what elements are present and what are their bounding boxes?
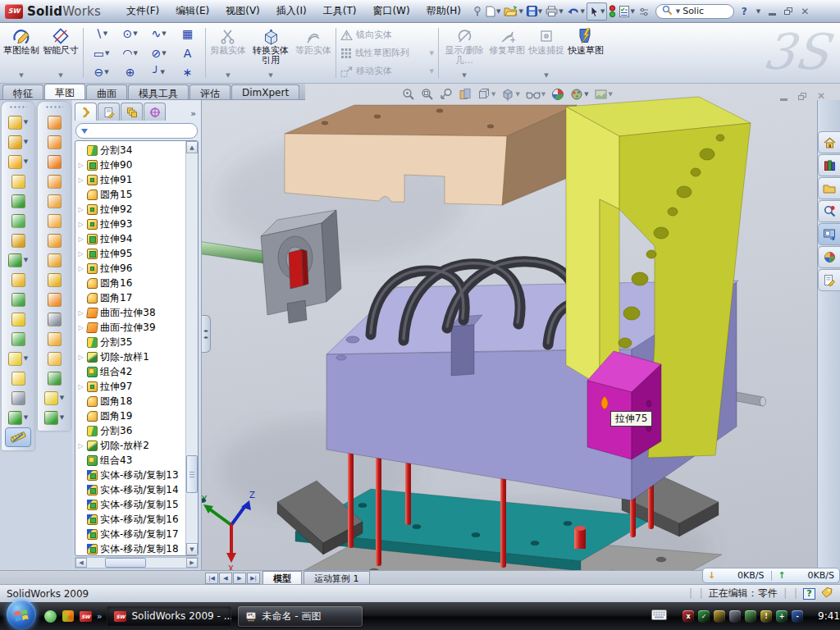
chamfer-button[interactable] <box>2 171 34 191</box>
boundary-surface-button[interactable] <box>38 191 71 211</box>
view-settings-button[interactable]: ▼ <box>595 89 613 100</box>
curve-dropdown[interactable]: ▼ <box>24 414 28 421</box>
view-settings-dropdown[interactable]: ▼ <box>609 91 613 98</box>
menu-file[interactable]: 文件(F) <box>118 1 167 21</box>
section-view-button[interactable] <box>459 88 472 101</box>
tree-item[interactable]: ▷曲面-拉伸39 <box>77 320 185 335</box>
tab-features[interactable]: 特征 <box>2 84 43 99</box>
display-style-dropdown[interactable]: ▼ <box>515 91 519 98</box>
extruded-boss-button[interactable]: ▼ <box>2 112 34 132</box>
taskpane-custom-properties[interactable] <box>818 269 840 291</box>
extruded-cut-dropdown[interactable]: ▼ <box>24 139 28 145</box>
panel-tab-configurationmanager[interactable] <box>121 103 143 121</box>
lofted-surface-button[interactable] <box>38 171 71 191</box>
options-button[interactable] <box>637 2 651 21</box>
part-guide-pin[interactable] <box>737 392 766 406</box>
tree-expander[interactable]: ▷ <box>77 250 84 258</box>
tree-item[interactable]: ▷拉伸95 <box>77 246 185 261</box>
menu-insert[interactable]: 插入(I) <box>268 1 315 21</box>
reference-axis-button[interactable]: ▼ <box>38 388 71 408</box>
tree-item[interactable]: ▷拉伸92 <box>77 202 185 217</box>
fillet-button[interactable]: ▼ <box>2 152 34 171</box>
hide-show-items-button[interactable]: ▼ <box>526 89 546 100</box>
extruded-surface-button[interactable] <box>38 152 71 171</box>
polygon-tool[interactable]: ⊕ <box>116 66 144 79</box>
tree-expander[interactable]: ▷ <box>77 324 84 331</box>
menu-edit[interactable]: 编辑(E) <box>167 1 217 21</box>
extruded-cut-button[interactable]: ▼ <box>2 132 34 152</box>
smart-dimension-button[interactable]: 智能尺寸▼ <box>41 25 80 81</box>
save-dropdown[interactable]: ▼ <box>538 8 542 15</box>
zoom-to-selection-button[interactable] <box>440 88 453 101</box>
move-copy-body-button[interactable] <box>2 329 34 349</box>
menu-help[interactable]: 帮助(H) <box>418 1 469 21</box>
model-tab-motion-study-1[interactable]: 运动算例 1 <box>304 571 370 584</box>
surface-fillet-button[interactable] <box>38 349 71 368</box>
pattern-button[interactable]: ▼ <box>2 250 34 270</box>
circle-dropdown[interactable]: ▼ <box>133 30 137 37</box>
planar-surface-button[interactable] <box>38 231 71 250</box>
tree-item[interactable]: 圆角18 <box>77 394 185 409</box>
doc-minimize-button[interactable] <box>780 98 788 101</box>
restore-button[interactable] <box>784 7 792 15</box>
tab-evaluate[interactable]: 评估 <box>189 84 231 99</box>
quicklaunch-launcher[interactable] <box>62 610 74 622</box>
tree-item[interactable]: ▷切除-放样1 <box>77 349 185 364</box>
replace-face-button[interactable] <box>38 329 71 349</box>
tray-sync-icon[interactable] <box>745 610 756 623</box>
tray-messenger-status-icon[interactable]: - <box>792 610 803 623</box>
quick-tips-help-icon[interactable]: ? <box>803 588 815 600</box>
tree-expander[interactable]: ▷ <box>77 176 84 184</box>
quicklaunch-messenger[interactable] <box>44 610 57 623</box>
draft-button[interactable] <box>2 211 34 231</box>
revolved-surface-button[interactable] <box>38 132 71 152</box>
sketch-fillet-tool[interactable]: ╯▼ <box>145 66 172 79</box>
plane-button[interactable] <box>2 368 34 388</box>
model-tab-nav-first[interactable]: |◀ <box>205 573 218 584</box>
tab-surfaces[interactable]: 曲面 <box>86 84 127 99</box>
swept-surface-button[interactable] <box>38 112 71 132</box>
taskbar-window-paint[interactable]: 未命名 - 画图 <box>238 606 363 627</box>
tree-item[interactable]: 实体-移动/复制16 <box>77 512 185 527</box>
model-tab-model[interactable]: 模型 <box>262 571 302 584</box>
pattern-dropdown[interactable]: ▼ <box>24 257 28 263</box>
tree-item[interactable]: ▷曲面-拉伸38 <box>77 305 185 320</box>
feature-wizard-button[interactable] <box>2 231 34 250</box>
toolbar-grip[interactable] <box>9 105 27 109</box>
tab-mold-tools[interactable]: 模具工具 <box>128 84 189 99</box>
close-button[interactable]: ✕ <box>801 6 809 17</box>
tree-expander[interactable]: ▷ <box>77 206 84 213</box>
reference-axis-dropdown[interactable]: ▼ <box>60 395 64 401</box>
flex-bend-button[interactable] <box>38 290 71 309</box>
part-sprue-bushing[interactable] <box>202 210 341 323</box>
spline-dropdown[interactable]: ▼ <box>162 30 166 37</box>
tree-item[interactable]: 实体-移动/复制14 <box>77 482 185 497</box>
line-tool[interactable]: ∖▼ <box>88 27 115 40</box>
tree-expander[interactable]: ▷ <box>77 442 84 450</box>
hide-show-items-dropdown[interactable]: ▼ <box>541 91 546 98</box>
scroll-down-button[interactable]: ▼ <box>186 543 198 555</box>
apply-scene-dropdown[interactable]: ▼ <box>584 91 588 98</box>
tree-filter-input[interactable] <box>75 123 198 139</box>
reference-geometry-dropdown[interactable]: ▼ <box>24 355 28 362</box>
split-button[interactable] <box>2 309 34 329</box>
tray-network-warning-icon[interactable]: ! <box>760 610 772 623</box>
traffic-light-button[interactable] <box>607 2 618 21</box>
tree-item[interactable]: ▷切除-放样2 <box>77 438 185 453</box>
slot-dropdown[interactable]: ▼ <box>104 69 108 75</box>
help-button[interactable]: ? <box>742 6 747 17</box>
tree-expander[interactable]: ▷ <box>77 383 84 390</box>
new-document-button[interactable]: ▼ <box>484 2 502 21</box>
fillet-dropdown[interactable]: ▼ <box>24 158 28 165</box>
scroll-left-button[interactable]: ◀ <box>75 558 87 568</box>
menu-view[interactable]: 视图(V) <box>217 1 268 21</box>
arc-dropdown[interactable]: ▼ <box>133 50 137 57</box>
reference-geometry-button[interactable]: ▼ <box>2 349 34 368</box>
point-tool[interactable]: ∗ <box>174 66 201 79</box>
tree-item[interactable]: 分割35 <box>77 335 185 349</box>
extruded-boss-dropdown[interactable]: ▼ <box>24 119 28 126</box>
tree-item[interactable]: ▷拉伸97 <box>77 379 185 394</box>
undo-button[interactable]: ▼ <box>565 2 587 21</box>
part-locating-pin[interactable] <box>574 526 586 549</box>
sketch-fillet-dropdown[interactable]: ▼ <box>161 69 165 75</box>
